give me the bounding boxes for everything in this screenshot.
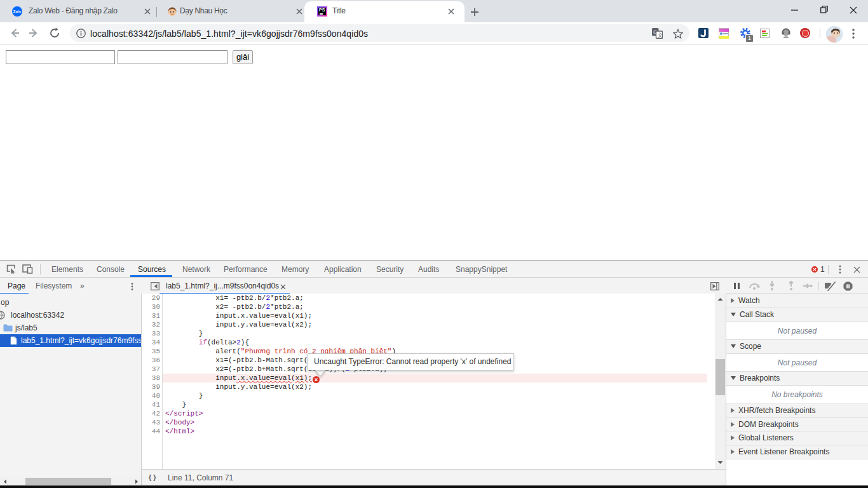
svg-text:文: 文	[658, 32, 663, 38]
